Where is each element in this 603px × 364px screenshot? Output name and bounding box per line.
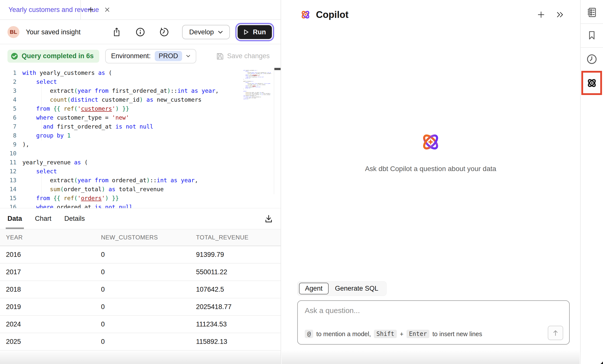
copilot-logo-large-icon — [419, 130, 443, 154]
run-label: Run — [253, 28, 266, 36]
arrow-up-icon — [552, 329, 559, 336]
insight-title: Your saved insight — [26, 28, 81, 36]
indent-guide — [41, 167, 42, 208]
scrollbar-track — [274, 68, 274, 194]
at-key-chip: @ — [305, 330, 313, 338]
tab-chart[interactable]: Chart — [35, 208, 51, 229]
right-icon-rail — [580, 0, 603, 364]
editor-panel: Yearly customers and revenue BL Your sav… — [0, 0, 281, 364]
bookmarks-button[interactable] — [581, 24, 603, 47]
column-header-year[interactable]: YEAR — [6, 234, 101, 241]
table-row[interactable]: 20250115892.13 — [0, 333, 281, 351]
table-header: YEAR NEW_CUSTOMERS TOTAL_REVENUE — [0, 229, 281, 246]
mode-generate-sql-button[interactable]: Generate SQL — [329, 285, 385, 292]
query-status-badge: Query completed in 6s — [7, 50, 99, 63]
results-bottom-fade — [0, 350, 281, 364]
info-button[interactable] — [128, 28, 152, 37]
save-icon — [216, 52, 224, 60]
history-button[interactable] — [152, 28, 176, 37]
tab-yearly-customers[interactable]: Yearly customers and revenue — [0, 0, 80, 19]
environment-value-chip: PROD — [155, 51, 182, 61]
copilot-title: Copilot — [316, 9, 349, 20]
history-icon — [160, 28, 169, 37]
send-button[interactable] — [548, 326, 563, 340]
run-button-focus-ring: Run — [235, 23, 274, 41]
tab-bar: Yearly customers and revenue — [0, 0, 281, 20]
develop-label: Develop — [189, 28, 214, 36]
mode-agent-button[interactable]: Agent — [299, 283, 329, 294]
minimap[interactable]: with yearly_customers as ( select extrac… — [243, 70, 271, 174]
copilot-rail-button-active[interactable] — [581, 71, 602, 95]
copilot-bottom-fade — [282, 350, 580, 364]
chevron-down-icon — [218, 31, 223, 34]
notebook-icon — [586, 7, 597, 18]
copilot-logo-icon — [300, 9, 311, 21]
status-row: Query completed in 6s Environment: PROD … — [0, 44, 281, 68]
column-header-total-revenue[interactable]: TOTAL_REVENUE — [196, 234, 281, 241]
save-changes-label: Save changes — [227, 52, 270, 60]
chevron-down-icon — [186, 55, 190, 57]
column-header-new-customers[interactable]: NEW_CUSTOMERS — [101, 234, 196, 241]
environment-dropdown[interactable]: Environment: PROD — [105, 49, 196, 63]
copilot-empty-state: Ask dbt Copilot a question about your da… — [282, 130, 580, 173]
indent-guide — [55, 87, 55, 105]
toolbar: BL Your saved insight — [0, 20, 281, 44]
download-icon — [264, 214, 273, 223]
tab-data[interactable]: Data — [7, 208, 22, 229]
copilot-mode-switcher: Agent Generate SQL — [297, 281, 387, 296]
indent-guide — [55, 176, 55, 194]
input-hint: @ to mention a model, Shift + Enter to i… — [305, 330, 482, 338]
environment-label: Environment: — [111, 52, 151, 60]
table-row[interactable]: 20170550011.22 — [0, 264, 281, 281]
new-tab-zone — [80, 0, 96, 19]
bookmark-icon — [587, 30, 597, 41]
share-icon — [112, 27, 121, 37]
enter-key-chip: Enter — [406, 330, 429, 338]
table-row[interactable]: 201902025418.77 — [0, 298, 281, 316]
scrollbar-thumb[interactable] — [274, 68, 281, 70]
results-panel: Data Chart Details YEAR NEW_CUSTOMERS TO… — [0, 208, 281, 364]
notebook-button[interactable] — [581, 2, 603, 23]
hint-plus: + — [400, 330, 403, 338]
copilot-header: Copilot — [282, 0, 580, 29]
avatar: BL — [7, 26, 19, 38]
hint-mention-text: to mention a model, — [316, 330, 371, 338]
sql-editor[interactable]: 1with yearly_customers as (2 select3 ext… — [0, 68, 281, 208]
table-row[interactable]: 20240111234.53 — [0, 316, 281, 333]
new-chat-button[interactable] — [532, 11, 550, 18]
new-tab-button[interactable] — [85, 4, 96, 15]
tab-details[interactable]: Details — [64, 208, 85, 229]
copilot-rail-icon — [586, 77, 598, 89]
download-results-button[interactable] — [264, 208, 273, 229]
results-tab-bar: Data Chart Details — [0, 208, 281, 229]
close-icon[interactable] — [104, 7, 110, 12]
input-placeholder: Ask a question... — [305, 306, 360, 315]
check-circle-icon — [10, 52, 18, 60]
copilot-question-input[interactable]: Ask a question... @ to mention a model, … — [297, 300, 570, 345]
resize-corner-mark — [601, 362, 603, 364]
collapse-panel-button[interactable] — [550, 11, 570, 18]
copilot-empty-text: Ask dbt Copilot a question about your da… — [365, 165, 496, 173]
run-button[interactable]: Run — [238, 25, 272, 39]
shift-key-chip: Shift — [374, 330, 397, 338]
table-body: 2016091399.7920170550011.2220180107642.5… — [0, 246, 281, 351]
save-changes-button[interactable]: Save changes — [216, 52, 273, 60]
info-icon — [136, 28, 145, 37]
clock-icon — [586, 54, 597, 65]
history-rail-button[interactable] — [581, 48, 603, 71]
code-lines: 1with yearly_customers as (2 select3 ext… — [0, 68, 281, 208]
develop-dropdown[interactable]: Develop — [182, 25, 230, 39]
copilot-panel: Copilot Ask dbt Copilot a question about… — [282, 0, 580, 364]
play-icon — [244, 29, 249, 35]
hint-newline-text: to insert new lines — [432, 330, 482, 338]
table-row[interactable]: 20180107642.5 — [0, 281, 281, 298]
table-row[interactable]: 2016091399.79 — [0, 246, 281, 264]
share-button[interactable] — [105, 27, 128, 37]
query-status-text: Query completed in 6s — [22, 52, 94, 60]
indent-guide — [41, 78, 42, 140]
